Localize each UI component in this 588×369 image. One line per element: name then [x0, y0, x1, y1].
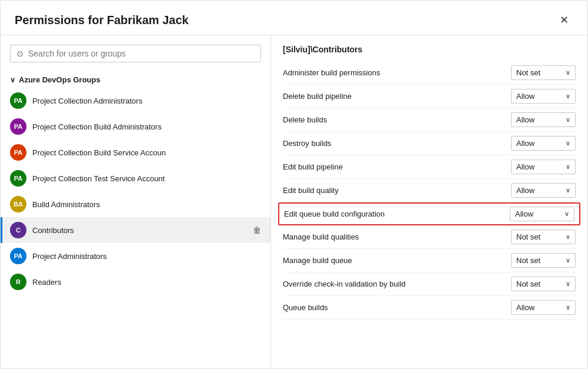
group-name: Project Collection Build Service Accoun	[32, 148, 261, 157]
group-name: Project Collection Build Administrators	[32, 122, 261, 131]
permission-row: Destroy buildsAllow∨	[283, 132, 576, 155]
chevron-down-icon: ∨	[566, 92, 570, 100]
search-input[interactable]	[28, 49, 255, 58]
permission-label: Override check-in validation by build	[283, 280, 504, 288]
search-icon: ⊙	[16, 49, 24, 58]
avatar: PA	[10, 248, 26, 264]
right-panel: [Silviu]\Contributors Administer build p…	[271, 35, 587, 368]
permission-label: Destroy builds	[283, 139, 504, 148]
close-button[interactable]: ✕	[555, 12, 573, 28]
right-panel-title: [Silviu]\Contributors	[283, 45, 576, 54]
delete-icon[interactable]: 🗑	[253, 225, 261, 235]
group-item[interactable]: CContributors🗑	[1, 217, 270, 243]
permission-row: Edit build qualityAllow∨	[283, 179, 576, 202]
permission-select-text: Not set	[516, 68, 562, 77]
left-panel: ⊙ ∨ Azure DevOps Groups PAProject Collec…	[1, 35, 271, 368]
permission-row: Delete build pipelineAllow∨	[283, 85, 576, 108]
group-item[interactable]: PAProject Administrators	[1, 243, 270, 269]
permission-label: Administer build permissions	[283, 68, 504, 77]
permission-select-text: Not set	[516, 232, 562, 241]
group-name: Project Administrators	[32, 252, 261, 261]
chevron-down-icon: ∨	[566, 304, 570, 311]
avatar: C	[10, 222, 26, 238]
chevron-down-icon: ∨	[566, 257, 570, 264]
permission-select[interactable]: Allow∨	[511, 300, 576, 315]
permission-select[interactable]: Not set∨	[511, 277, 576, 291]
permission-select-text: Allow	[516, 186, 562, 195]
permissions-list: Administer build permissionsNot set∨Dele…	[283, 61, 576, 320]
group-list: PAProject Collection AdministratorsPAPro…	[1, 88, 270, 295]
permission-row: Administer build permissionsNot set∨	[283, 61, 576, 85]
permission-select[interactable]: Allow∨	[510, 207, 574, 221]
permission-select[interactable]: Not set∨	[511, 65, 576, 80]
permission-select-text: Not set	[516, 256, 562, 265]
permission-select[interactable]: Not set∨	[511, 230, 576, 244]
permission-row: Manage build qualitiesNot set∨	[283, 225, 576, 249]
avatar: PA	[10, 170, 26, 187]
group-item[interactable]: PAProject Collection Build Administrator…	[1, 114, 270, 139]
dialog-title: Permissions for Fabrikam Jack	[15, 14, 189, 27]
avatar: BA	[10, 196, 26, 212]
permission-label: Manage build queue	[283, 256, 504, 265]
avatar: PA	[10, 144, 26, 161]
permission-label: Manage build qualities	[283, 232, 504, 241]
chevron-down-icon: ∨	[566, 187, 570, 194]
group-name: Project Collection Test Service Account	[32, 174, 261, 183]
group-item[interactable]: BABuild Administrators	[1, 191, 270, 217]
permission-label: Edit queue build configuration	[284, 210, 503, 218]
permissions-dialog: Permissions for Fabrikam Jack ✕ ⊙ ∨ Azur…	[0, 0, 588, 369]
permission-label: Edit build pipeline	[283, 162, 504, 171]
group-section-label: Azure DevOps Groups	[19, 75, 101, 84]
permission-select-text: Allow	[516, 115, 562, 124]
permission-select-text: Allow	[516, 139, 562, 148]
permission-row: Manage build queueNot set∨	[283, 249, 576, 272]
permission-select-text: Allow	[516, 162, 562, 171]
group-name: Readers	[32, 278, 261, 287]
permission-select[interactable]: Allow∨	[511, 159, 576, 174]
dialog-body: ⊙ ∨ Azure DevOps Groups PAProject Collec…	[1, 35, 587, 368]
permission-select[interactable]: Allow∨	[511, 89, 576, 104]
permission-label: Delete builds	[283, 115, 504, 124]
group-item[interactable]: PAProject Collection Administrators	[1, 88, 270, 114]
permission-select[interactable]: Allow∨	[511, 183, 576, 198]
permission-select[interactable]: Allow∨	[511, 112, 576, 127]
chevron-down-icon: ∨	[10, 76, 15, 84]
group-name: Contributors	[32, 226, 247, 235]
avatar: R	[10, 274, 26, 290]
group-item[interactable]: PAProject Collection Build Service Accou…	[1, 139, 270, 165]
permission-label: Edit build quality	[283, 186, 504, 195]
group-name: Project Collection Administrators	[32, 97, 261, 105]
avatar: PA	[10, 118, 26, 135]
chevron-down-icon: ∨	[566, 69, 570, 77]
chevron-down-icon: ∨	[566, 280, 570, 288]
permission-label: Delete build pipeline	[283, 92, 504, 101]
permission-row: Edit build pipelineAllow∨	[283, 155, 576, 179]
permission-row: Edit queue build configurationAllow∨	[278, 202, 580, 225]
permission-select-text: Allow	[516, 92, 562, 101]
permission-label: Queue builds	[283, 303, 504, 312]
chevron-down-icon: ∨	[566, 233, 570, 241]
permission-select[interactable]: Not set∨	[511, 253, 576, 268]
permission-select-text: Not set	[516, 280, 562, 288]
chevron-down-icon: ∨	[566, 163, 570, 171]
group-item[interactable]: PAProject Collection Test Service Accoun…	[1, 165, 270, 191]
group-name: Build Administrators	[32, 200, 261, 209]
permission-row: Delete buildsAllow∨	[283, 108, 576, 132]
avatar: PA	[10, 92, 26, 109]
group-item[interactable]: RReaders	[1, 269, 270, 295]
search-box[interactable]: ⊙	[10, 45, 261, 62]
chevron-down-icon: ∨	[564, 210, 569, 218]
group-section-header[interactable]: ∨ Azure DevOps Groups	[1, 72, 270, 88]
permission-select-text: Allow	[515, 210, 561, 218]
dialog-header: Permissions for Fabrikam Jack ✕	[1, 1, 587, 35]
chevron-down-icon: ∨	[566, 139, 570, 147]
permission-row: Queue buildsAllow∨	[283, 296, 576, 320]
permission-select[interactable]: Allow∨	[511, 136, 576, 151]
chevron-down-icon: ∨	[566, 116, 570, 124]
permission-select-text: Allow	[516, 303, 562, 312]
permission-row: Override check-in validation by buildNot…	[283, 272, 576, 296]
